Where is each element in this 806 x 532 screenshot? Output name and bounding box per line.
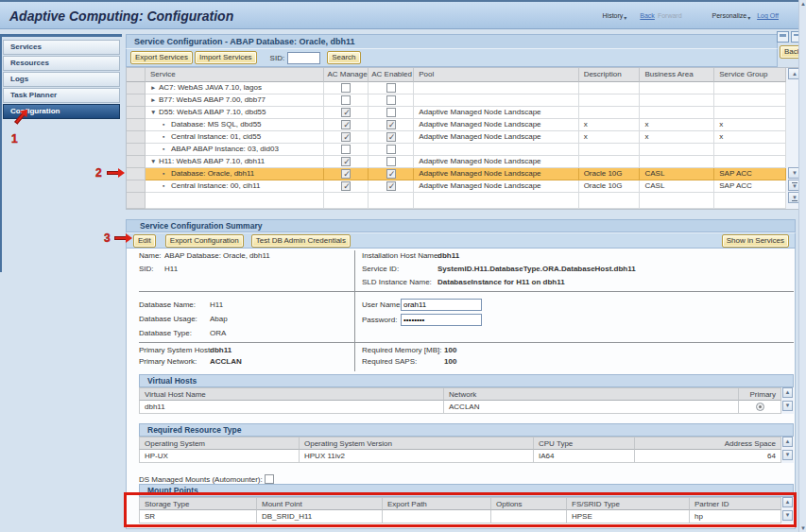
sidebar-item-task-planner[interactable]: Task Planner [3, 88, 120, 103]
history-dropdown-icon: ▾ [624, 15, 626, 21]
ac-managed-checkbox[interactable] [341, 83, 351, 93]
row-selector[interactable] [127, 180, 146, 193]
service-table-header: Service AC Managed AC Enabled Pool Descr… [127, 68, 801, 82]
row-selector[interactable] [127, 144, 146, 156]
page-scrollbar[interactable]: ▲ ▼ [798, 0, 806, 532]
ac-managed-checkbox[interactable] [341, 145, 351, 154]
database-type-label: Database Type: [139, 329, 192, 337]
scroll-up-button[interactable]: ▲ [782, 387, 793, 398]
primary-system-host-label: Primary System Host: [139, 346, 212, 354]
virtual-hosts-title: Virtual Hosts [139, 374, 794, 387]
table-row[interactable]: ▪Central Instance: 01, cid55 Adaptive Ma… [127, 131, 801, 144]
ac-enabled-checkbox[interactable] [386, 108, 396, 117]
export-services-button[interactable]: Export Services [130, 51, 193, 64]
page-scroll-up-icon[interactable]: ▲ [800, 1, 806, 7]
tree-expanded-icon[interactable]: ▼ [150, 156, 159, 167]
scroll-down-button[interactable]: ▼ [782, 401, 793, 411]
edit-button[interactable]: Edit [133, 234, 156, 248]
row-selector[interactable] [127, 82, 146, 94]
installation-host-value: dbh11 [437, 251, 459, 260]
required-saps-label: Required SAPS: [362, 357, 417, 366]
tree-expanded-icon[interactable]: ▼ [150, 107, 159, 118]
tree-collapsed-icon[interactable]: ► [150, 82, 159, 94]
tree-bullet-icon: ▪ [163, 144, 171, 155]
row-selector[interactable] [127, 168, 146, 180]
page-title: Adaptive Computing: Configuration [9, 9, 233, 24]
annotation-highlight-box [124, 492, 797, 527]
primary-network-value: ACCLAN [210, 357, 242, 366]
ds-managed-mounts-checkbox[interactable] [265, 474, 274, 484]
database-usage-label: Database Usage: [139, 315, 197, 323]
annotation-step-2: 2 [95, 166, 102, 180]
ac-managed-checkbox[interactable] [341, 132, 351, 142]
ac-enabled-checkbox[interactable] [386, 83, 396, 93]
back-link[interactable]: Back [640, 12, 655, 19]
sidebar-item-services[interactable]: Services [3, 40, 120, 55]
name-label: Name: [139, 251, 162, 260]
user-name-input[interactable] [401, 299, 482, 311]
table-row[interactable]: ▼H11: WebAS ABAP 7.10, dbh11 Adaptive Ma… [127, 156, 801, 168]
sidebar-item-logs[interactable]: Logs [3, 72, 120, 87]
user-name-label: User Name: [362, 300, 403, 309]
ac-managed-checkbox[interactable] [341, 95, 351, 105]
tree-bullet-icon: ▪ [163, 168, 171, 180]
virtual-hosts-row[interactable]: dbh11 ACCLAN ▼ [139, 401, 794, 414]
service-table: Service AC Managed AC Enabled Pool Descr… [126, 67, 802, 210]
personalize-menu[interactable]: Personalize▾ [712, 12, 751, 19]
ac-enabled-checkbox[interactable] [386, 181, 396, 191]
show-in-services-button[interactable]: Show in Services [722, 234, 789, 248]
scroll-up-button[interactable]: ▲ [782, 437, 793, 447]
table-row-selected[interactable]: ▪Database: Oracle, dbh11 Adaptive Manage… [127, 168, 801, 180]
table-row-empty [127, 193, 801, 209]
table-row[interactable]: ▪ABAP ABAP Instance: 03, did03 [127, 144, 801, 156]
table-row[interactable]: ▼D55: WebAS ABAP 7.10, dbd55 Adaptive Ma… [127, 107, 801, 119]
window-restore-icon[interactable] [777, 31, 789, 43]
table-row[interactable]: ►B77: WebAS ABAP 7.00, dbb77 [127, 94, 801, 107]
annotation-step-3: 3 [104, 232, 111, 245]
ac-managed-checkbox[interactable] [341, 120, 351, 129]
ac-enabled-checkbox[interactable] [386, 120, 396, 129]
ac-enabled-checkbox[interactable] [386, 157, 396, 166]
table-row[interactable]: ▪Database: MS SQL, dbd55 Adaptive Manage… [127, 119, 801, 131]
table-row[interactable]: ▪Central Instance: 00, cih11 Adaptive Ma… [127, 180, 801, 193]
ac-managed-checkbox[interactable] [341, 181, 351, 191]
row-selector[interactable] [127, 94, 146, 107]
sid-input[interactable] [287, 52, 320, 64]
summary-panel-title: Service Configuration Summary [126, 219, 796, 232]
page-scroll-down-icon[interactable]: ▼ [800, 525, 806, 531]
scroll-down-button[interactable]: ▼ [782, 450, 793, 460]
ac-managed-checkbox[interactable] [341, 169, 351, 179]
ac-enabled-checkbox[interactable] [386, 95, 396, 105]
export-configuration-button[interactable]: Export Configuration [165, 234, 244, 248]
log-off-link[interactable]: Log Off [757, 12, 779, 19]
ac-enabled-checkbox[interactable] [386, 145, 396, 154]
installation-host-label: Installation Host Name: [362, 251, 440, 260]
tree-collapsed-icon[interactable]: ► [150, 94, 159, 106]
search-button[interactable]: Search [327, 51, 360, 64]
required-memory-label: Required Memory [MB]: [362, 346, 441, 354]
service-id-value: SystemID.H11.DatabaseType.ORA.DatabaseHo… [437, 265, 636, 273]
password-input[interactable] [401, 314, 482, 326]
sidebar-item-resources[interactable]: Resources [3, 56, 120, 71]
database-name-label: Database Name: [139, 300, 196, 309]
tree-bullet-icon: ▪ [163, 119, 171, 130]
required-resource-type-row[interactable]: HP-UX HPUX 11iv2 IA64 64 ▼ [139, 450, 794, 463]
row-selector[interactable] [127, 107, 146, 119]
primary-system-host-value: dbh11 [210, 346, 232, 354]
history-menu[interactable]: History▾ [603, 12, 627, 19]
tree-bullet-icon: ▪ [163, 180, 171, 192]
ac-managed-checkbox[interactable] [341, 157, 351, 166]
personalize-dropdown-icon: ▾ [747, 15, 750, 21]
import-services-button[interactable]: Import Services [195, 51, 257, 64]
row-selector[interactable] [127, 156, 146, 168]
sld-instance-label: SLD Instance Name: [362, 278, 432, 286]
ac-managed-checkbox[interactable] [341, 108, 351, 117]
ac-enabled-checkbox[interactable] [386, 132, 396, 142]
row-selector[interactable] [127, 131, 146, 144]
row-selector[interactable] [127, 119, 146, 131]
ac-enabled-checkbox[interactable] [386, 169, 396, 179]
required-memory-value: 100 [444, 346, 456, 354]
table-row[interactable]: ►AC7: WebAS JAVA 7.10, lagos [127, 82, 801, 94]
primary-radio[interactable] [756, 403, 764, 411]
test-db-admin-credentials-button[interactable]: Test DB Admin Credentials [251, 234, 351, 248]
